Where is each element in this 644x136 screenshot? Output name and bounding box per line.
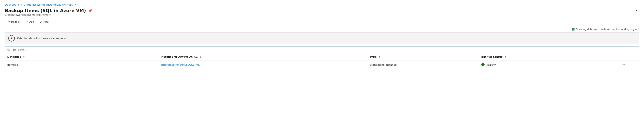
cell-status: Healthy <box>479 61 618 69</box>
col-header-type[interactable]: Type ⇕ <box>367 53 479 61</box>
toolbar: ↻ Refresh + Add ◭ Filter <box>5 19 639 24</box>
col-header-status[interactable]: Backup Status ⇕ <box>479 53 618 61</box>
sort-icon-database: ⇕ <box>23 56 25 58</box>
filter-input[interactable] <box>5 47 639 53</box>
col-header-instance[interactable]: Instance or AlwaysOn AG ⇕ <box>158 53 368 61</box>
status-label: Healthy <box>486 63 496 66</box>
pin-icon[interactable]: 📌 <box>88 9 92 12</box>
page-header: Backup Items (SQL in Azure VM) 📌 × <box>5 8 639 13</box>
breadcrumb-sep-2: > <box>75 3 77 6</box>
page-header-left: Backup Items (SQL in Azure VM) 📌 <box>5 8 92 13</box>
region-bar: Showing data from eastus2euap (secondary… <box>5 28 639 31</box>
cell-instance: crrignitesqlvmp\MSSQLSERVER <box>158 61 368 69</box>
info-icon: i <box>8 35 15 42</box>
add-icon: + <box>26 20 28 23</box>
cell-database: demodb <box>5 61 158 69</box>
table-row: demodbcrrignitesqlvmp\MSSQLSERVERStandal… <box>5 61 639 69</box>
add-button[interactable]: + Add <box>24 19 36 24</box>
table-header-row: Database ⇕ Instance or AlwaysOn AG ⇕ Typ… <box>5 53 639 61</box>
info-bar: i Fetching data from service completed. <box>5 32 639 44</box>
region-text: Showing data from eastus2euap (secondary… <box>576 28 639 31</box>
page-subtitle: CRRIgniteWorkloadDemoVaultPrimary <box>5 13 639 16</box>
cell-type: Standalone Instance <box>367 61 479 69</box>
filter-button[interactable]: ◭ Filter <box>38 19 52 24</box>
backup-items-table: Database ⇕ Instance or AlwaysOn AG ⇕ Typ… <box>5 53 639 69</box>
filter-input-wrapper: 🔍 <box>5 47 639 53</box>
add-label: Add <box>29 20 34 23</box>
cell-more-actions: ··· <box>618 61 639 69</box>
filter-icon: ◭ <box>40 20 42 23</box>
refresh-label: Refresh <box>11 20 20 23</box>
instance-link[interactable]: crrignitesqlvmp\MSSQLSERVER <box>161 63 202 66</box>
sort-icon-instance: ⇕ <box>200 56 201 58</box>
breadcrumb-dashboard[interactable]: Dashboard <box>5 3 19 6</box>
col-header-actions <box>618 53 639 61</box>
info-message: Fetching data from service completed. <box>17 37 68 40</box>
status-healthy-icon <box>481 63 484 66</box>
refresh-icon: ↻ <box>8 20 10 23</box>
sort-icon-type: ⇕ <box>378 56 380 58</box>
close-button[interactable]: × <box>634 8 639 13</box>
col-header-database[interactable]: Database ⇕ <box>5 53 158 61</box>
breadcrumb-sep-1: > <box>20 3 22 6</box>
sort-icon-status: ⇕ <box>504 56 506 58</box>
breadcrumb-vault[interactable]: CRRIgniteWorkloadDemoVaultPrimary <box>24 3 74 6</box>
globe-icon <box>572 28 575 31</box>
filter-label: Filter <box>44 20 49 23</box>
page-title: Backup Items (SQL in Azure VM) <box>5 8 86 13</box>
search-icon: 🔍 <box>7 48 10 51</box>
breadcrumb: Dashboard > CRRIgniteWorkloadDemoVaultPr… <box>5 3 639 6</box>
refresh-button[interactable]: ↻ Refresh <box>5 19 23 24</box>
more-actions-button[interactable]: ··· <box>621 63 626 67</box>
